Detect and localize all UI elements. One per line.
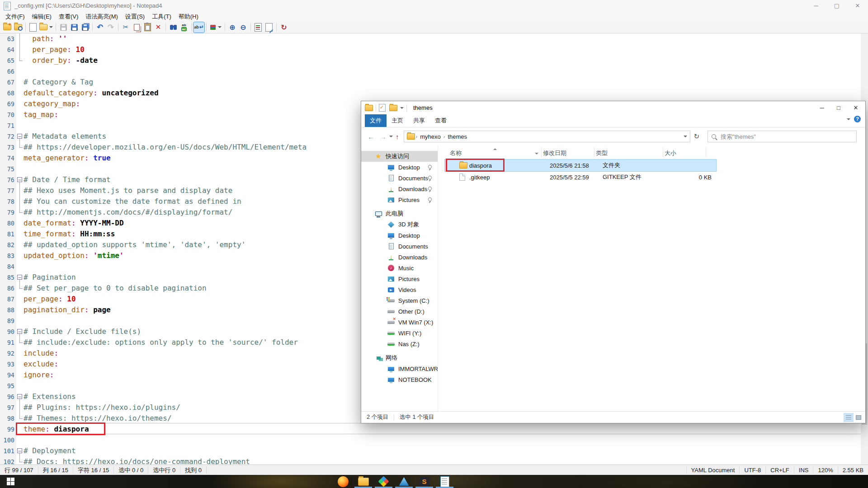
sidebar-item-Other (D:)[interactable]: Other (D:): [361, 306, 438, 317]
column-header-大小[interactable]: 大小: [665, 149, 676, 157]
status-cell-2[interactable]: 字符 16 / 15: [73, 466, 114, 474]
file-row-diaspora[interactable]: diaspora2025/5/6 21:58文件夹: [445, 160, 716, 171]
toolbar-redo-button[interactable]: ↷: [105, 22, 116, 33]
toolbar-copy-button[interactable]: [131, 22, 142, 33]
toolbar-del-button[interactable]: ✕: [153, 22, 164, 33]
status-cell-right-0[interactable]: YAML Document: [686, 466, 740, 474]
menu-item-3[interactable]: 语法高亮(M): [82, 12, 122, 21]
column-header-修改日期[interactable]: 修改日期: [543, 149, 566, 157]
fold-marker[interactable]: [17, 272, 23, 283]
editor-line[interactable]: 99theme: diaspora: [0, 424, 868, 435]
column-header-名称[interactable]: 名称: [450, 149, 462, 157]
sidebar-item-3D 对象[interactable]: 3D 对象: [361, 219, 438, 230]
explorer-maximize-button[interactable]: □: [829, 101, 848, 114]
history-dropdown-icon[interactable]: [389, 136, 393, 139]
toolbar-favorites-button[interactable]: [2, 22, 13, 33]
menu-item-4[interactable]: 设置(S): [122, 12, 148, 21]
forward-icon[interactable]: →: [377, 133, 389, 141]
fold-marker[interactable]: [17, 391, 23, 402]
search-input[interactable]: [720, 133, 839, 141]
fold-marker[interactable]: [17, 131, 23, 142]
sidebar-item-Nas (Z:)[interactable]: Nas (Z:): [361, 338, 438, 349]
editor-line[interactable]: 68default_category: uncategorized: [0, 88, 868, 99]
status-cell-1[interactable]: 列 16 / 15: [38, 466, 73, 474]
start-button[interactable]: [0, 475, 21, 488]
editor-line[interactable]: 64 per_page: 10: [0, 44, 868, 55]
toolbar-folder-search-button[interactable]: [13, 22, 24, 33]
sidebar-item-NOTEBOOK[interactable]: NOTEBOOK: [361, 374, 438, 385]
editor-line[interactable]: 67# Category & Tag: [0, 77, 868, 88]
toolbar-reload-button[interactable]: ↻: [278, 22, 289, 33]
menu-item-0[interactable]: 文件(F): [2, 12, 28, 21]
sidebar-item-WIFI (Y:)[interactable]: WIFI (Y:): [361, 328, 438, 338]
sidebar-item-快速访问[interactable]: 快速访问: [361, 151, 438, 162]
explorer-minimize-button[interactable]: ─: [812, 101, 831, 114]
toolbar-wrap-button[interactable]: ab↵: [193, 22, 204, 33]
fold-marker[interactable]: [17, 446, 23, 456]
tab-查看[interactable]: 查看: [430, 114, 452, 127]
notepad-maximize-button[interactable]: ▢: [826, 0, 847, 12]
taskbar-app-firefox[interactable]: [333, 475, 353, 488]
toolbar-undo-button[interactable]: ↶: [94, 22, 105, 33]
sidebar-item-Desktop[interactable]: Desktop: [361, 230, 438, 241]
address-bar[interactable]: ›myhexo›themes: [404, 131, 690, 142]
toolbar-view2-button[interactable]: [264, 22, 274, 33]
sidebar-item-Documents[interactable]: Documents: [361, 173, 438, 183]
menu-item-1[interactable]: 编辑(E): [28, 12, 55, 21]
qat-new-folder-button[interactable]: [389, 105, 397, 111]
sidebar-item-Music[interactable]: Music: [361, 263, 438, 273]
status-cell-right-3[interactable]: INS: [794, 466, 813, 474]
editor-line[interactable]: 102## Docs: https://hexo.io/docs/one-com…: [0, 456, 868, 465]
address-dropdown-icon[interactable]: [684, 136, 687, 139]
toolbar-find-button[interactable]: [168, 22, 179, 33]
toolbar-view1-button[interactable]: [253, 22, 264, 33]
column-header-类型[interactable]: 类型: [596, 149, 608, 157]
status-cell-right-4[interactable]: 120%: [813, 466, 837, 474]
toolbar-save-button[interactable]: [58, 22, 69, 33]
status-cell-0[interactable]: 行 99 / 107: [0, 466, 38, 474]
taskbar-app-triangle[interactable]: [394, 475, 414, 488]
sidebar-item-Downloads[interactable]: Downloads: [361, 183, 438, 194]
sidebar-item-System (C:)[interactable]: System (C:): [361, 295, 438, 306]
back-icon[interactable]: ←: [365, 133, 377, 141]
toolbar-replace-button[interactable]: abac: [179, 22, 189, 33]
toolbar-paste-button[interactable]: [142, 22, 153, 33]
toolbar-open-button[interactable]: [38, 22, 54, 33]
status-cell-4[interactable]: 选中行 0: [148, 466, 180, 474]
sidebar-item-Desktop[interactable]: Desktop: [361, 162, 438, 173]
breadcrumb-item-myhexo[interactable]: myhexo: [418, 133, 443, 140]
toolbar-zoom-in-button[interactable]: ⊕: [227, 22, 238, 33]
name-column-dropdown-icon[interactable]: [535, 153, 538, 156]
sidebar-item-Pictures[interactable]: Pictures: [361, 194, 438, 205]
taskbar-app-explorer[interactable]: [353, 475, 373, 488]
editor-line[interactable]: 66: [0, 66, 868, 77]
tab-主页[interactable]: 主页: [387, 114, 408, 127]
taskbar-app-notepad[interactable]: [434, 475, 455, 488]
status-cell-3[interactable]: 选中 0 / 0: [114, 466, 148, 474]
fold-marker[interactable]: [17, 174, 23, 185]
status-cell-right-5[interactable]: 2.55 KB: [838, 466, 868, 474]
editor-line[interactable]: 63 path: '': [0, 33, 868, 44]
status-cell-right-1[interactable]: UTF-8: [739, 466, 765, 474]
sidebar-item-此电脑[interactable]: 此电脑: [361, 208, 438, 219]
qat-properties-button[interactable]: [379, 104, 386, 112]
toolbar-zoom-out-button[interactable]: ⊖: [238, 22, 249, 33]
toolbar-save-as-button[interactable]: [69, 22, 80, 33]
qat-customize-dropdown[interactable]: [400, 107, 404, 111]
fold-marker[interactable]: [17, 326, 23, 337]
menu-item-5[interactable]: 工具(T): [148, 12, 175, 21]
search-box[interactable]: [708, 131, 857, 142]
toolbar-new-button[interactable]: [28, 22, 38, 33]
sidebar-item-IMMORTALWRT[interactable]: IMMORTALWRT: [361, 363, 438, 374]
up-icon[interactable]: ↑: [393, 133, 402, 141]
sidebar-item-Documents[interactable]: Documents: [361, 241, 438, 252]
taskbar-app-diamond[interactable]: [373, 475, 394, 488]
sidebar-item-网络[interactable]: 网络: [361, 352, 438, 363]
sidebar-item-VM Win7 (X:)[interactable]: VM Win7 (X:): [361, 317, 438, 328]
sidebar-item-Pictures[interactable]: Pictures: [361, 273, 438, 284]
editor-line[interactable]: 100: [0, 435, 868, 446]
menu-item-2[interactable]: 查看(V): [55, 12, 82, 21]
sidebar-item-Downloads[interactable]: Downloads: [361, 252, 438, 263]
toolbar-schemes-button[interactable]: [208, 22, 223, 33]
details-view-button[interactable]: [844, 413, 854, 422]
